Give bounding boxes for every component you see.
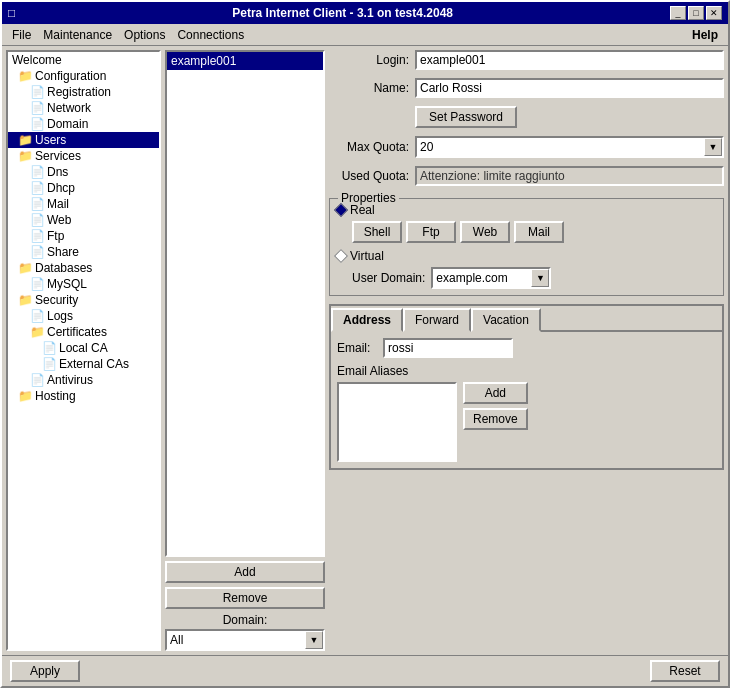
tree-item-share[interactable]: 📄 Share	[8, 244, 159, 260]
real-buttons-row: Shell Ftp Web Mail	[352, 221, 717, 243]
mid-buttons: Add Remove	[165, 561, 325, 609]
set-password-button[interactable]: Set Password	[415, 106, 517, 128]
folder-icon: 📁	[18, 149, 33, 163]
tree-item-welcome[interactable]: Welcome	[8, 52, 159, 68]
apply-button[interactable]: Apply	[10, 660, 80, 682]
maximize-button[interactable]: □	[688, 6, 704, 20]
menu-file[interactable]: File	[6, 26, 37, 44]
doc-icon: 📄	[30, 181, 45, 195]
user-list-item[interactable]: example001	[167, 52, 323, 70]
max-quota-select[interactable]: 20 ▼	[415, 136, 724, 158]
tree-item-users[interactable]: 📁 Users	[8, 132, 159, 148]
name-input[interactable]	[415, 78, 724, 98]
tree-item-databases[interactable]: 📁 Databases	[8, 260, 159, 276]
user-domain-arrow[interactable]: ▼	[531, 269, 549, 287]
ftp-button[interactable]: Ftp	[406, 221, 456, 243]
close-button[interactable]: ✕	[706, 6, 722, 20]
tab-content-address: Email: Email Aliases Add Remove	[331, 332, 722, 468]
doc-icon: 📄	[30, 213, 45, 227]
real-radio-row: Real	[336, 203, 717, 217]
domain-select[interactable]: All ▼	[165, 629, 325, 651]
login-input[interactable]	[415, 50, 724, 70]
tab-headers: Address Forward Vacation	[331, 306, 722, 332]
tree-panel: Welcome 📁 Configuration 📄 Registration 📄…	[6, 50, 161, 651]
tree-item-registration[interactable]: 📄 Registration	[8, 84, 159, 100]
right-panel: Login: Name: Set Password Max Quota: 20 …	[329, 50, 724, 651]
mail-button[interactable]: Mail	[514, 221, 564, 243]
virtual-label: Virtual	[350, 249, 384, 263]
tab-forward[interactable]: Forward	[403, 308, 471, 332]
tree-item-external-cas[interactable]: 📄 External CAs	[8, 356, 159, 372]
domain-select-value: All	[167, 632, 305, 648]
doc-icon: 📄	[30, 373, 45, 387]
menu-maintenance[interactable]: Maintenance	[37, 26, 118, 44]
middle-panel: example001 Add Remove Domain: All ▼	[165, 50, 325, 651]
tree-item-local-ca[interactable]: 📄 Local CA	[8, 340, 159, 356]
name-label: Name:	[329, 81, 409, 95]
used-quota-input	[415, 166, 724, 186]
tree-item-configuration[interactable]: 📁 Configuration	[8, 68, 159, 84]
web-button[interactable]: Web	[460, 221, 510, 243]
tree-item-logs[interactable]: 📄 Logs	[8, 308, 159, 324]
tree-item-ftp[interactable]: 📄 Ftp	[8, 228, 159, 244]
login-label: Login:	[329, 53, 409, 67]
menu-connections[interactable]: Connections	[171, 26, 250, 44]
max-quota-value: 20	[417, 139, 704, 155]
used-quota-row: Used Quota:	[329, 166, 724, 186]
doc-icon: 📄	[30, 85, 45, 99]
tree-item-dns[interactable]: 📄 Dns	[8, 164, 159, 180]
user-list[interactable]: example001	[165, 50, 325, 557]
tree-item-network[interactable]: 📄 Network	[8, 100, 159, 116]
virtual-radio-row: Virtual	[336, 249, 717, 263]
tree-item-certificates[interactable]: 📁 Certificates	[8, 324, 159, 340]
aliases-buttons: Add Remove	[463, 382, 528, 462]
real-label: Real	[350, 203, 375, 217]
tree-item-services[interactable]: 📁 Services	[8, 148, 159, 164]
max-quota-arrow[interactable]: ▼	[704, 138, 722, 156]
tree-item-mysql[interactable]: 📄 MySQL	[8, 276, 159, 292]
aliases-label: Email Aliases	[337, 364, 716, 378]
folder-icon: 📁	[18, 133, 33, 147]
doc-icon: 📄	[30, 101, 45, 115]
doc-icon: 📄	[30, 245, 45, 259]
doc-icon: 📄	[30, 277, 45, 291]
shell-button[interactable]: Shell	[352, 221, 402, 243]
doc-icon: 📄	[42, 341, 57, 355]
user-domain-value: example.com	[433, 270, 531, 286]
add-user-button[interactable]: Add	[165, 561, 325, 583]
tree-item-security[interactable]: 📁 Security	[8, 292, 159, 308]
add-alias-button[interactable]: Add	[463, 382, 528, 404]
domain-dropdown-arrow[interactable]: ▼	[305, 631, 323, 649]
name-row: Name:	[329, 78, 724, 98]
tree-item-domain[interactable]: 📄 Domain	[8, 116, 159, 132]
virtual-radio[interactable]	[334, 249, 348, 263]
tree-item-antivirus[interactable]: 📄 Antivirus	[8, 372, 159, 388]
tab-vacation[interactable]: Vacation	[471, 308, 541, 332]
user-domain-label: User Domain:	[352, 271, 425, 285]
used-quota-label: Used Quota:	[329, 169, 409, 183]
domain-section: Domain: All ▼	[165, 613, 325, 651]
tree-item-web[interactable]: 📄 Web	[8, 212, 159, 228]
tree-item-hosting[interactable]: 📁 Hosting	[8, 388, 159, 404]
user-domain-select[interactable]: example.com ▼	[431, 267, 551, 289]
email-label: Email:	[337, 341, 377, 355]
title-bar: □ Petra Internet Client - 3.1 on test4.2…	[2, 2, 728, 24]
menu-bar: File Maintenance Options Connections Hel…	[2, 24, 728, 46]
menu-options[interactable]: Options	[118, 26, 171, 44]
doc-icon: 📄	[30, 229, 45, 243]
tree-item-dhcp[interactable]: 📄 Dhcp	[8, 180, 159, 196]
reset-button[interactable]: Reset	[650, 660, 720, 682]
tab-address[interactable]: Address	[331, 308, 403, 332]
tree-item-mail[interactable]: 📄 Mail	[8, 196, 159, 212]
real-radio[interactable]	[334, 203, 348, 217]
minimize-button[interactable]: _	[670, 6, 686, 20]
menu-help[interactable]: Help	[686, 26, 724, 44]
folder-icon: 📁	[30, 325, 45, 339]
properties-title: Properties	[338, 191, 399, 205]
remove-user-button[interactable]: Remove	[165, 587, 325, 609]
folder-icon: 📁	[18, 389, 33, 403]
remove-alias-button[interactable]: Remove	[463, 408, 528, 430]
max-quota-row: Max Quota: 20 ▼	[329, 136, 724, 158]
email-input[interactable]	[383, 338, 513, 358]
doc-icon: 📄	[42, 357, 57, 371]
